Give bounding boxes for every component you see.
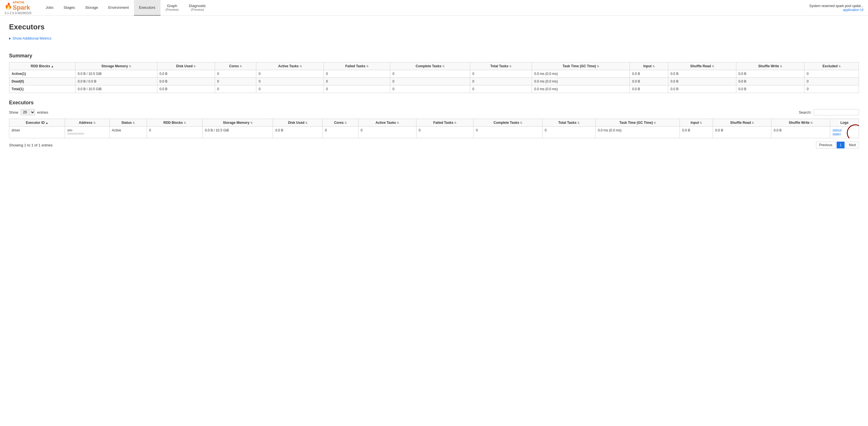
summary-complete-tasks: 0 bbox=[390, 78, 470, 85]
logs-circle-annotation bbox=[847, 124, 859, 138]
eth-total-tasks[interactable]: Total Tasks bbox=[542, 119, 595, 127]
summary-total-tasks: 0 bbox=[470, 78, 532, 85]
summary-label: Dead(0) bbox=[9, 78, 75, 85]
th-storage-memory[interactable]: Storage Memory bbox=[75, 62, 157, 70]
next-button[interactable]: Next bbox=[846, 142, 859, 148]
summary-cores: 0 bbox=[215, 78, 256, 85]
eth-complete-tasks[interactable]: Complete Tasks bbox=[473, 119, 542, 127]
nav-graph-label: Graph bbox=[167, 4, 177, 8]
summary-storage-memory: 0.0 B / 10.5 GiB bbox=[75, 85, 157, 93]
eth-status[interactable]: Status bbox=[110, 119, 147, 127]
nav-executors[interactable]: Executors bbox=[134, 0, 160, 16]
nav-storage[interactable]: Storage bbox=[80, 0, 103, 16]
th-active-tasks[interactable]: Active Tasks bbox=[256, 62, 323, 70]
entries-select[interactable]: 20406080100 bbox=[21, 109, 35, 115]
eth-shuffle-read[interactable]: Shuffle Read bbox=[713, 119, 771, 127]
exec-shuffle-write: 0.0 B bbox=[771, 127, 830, 138]
summary-excluded: 0 bbox=[804, 85, 859, 93]
stderr-link[interactable]: stderr bbox=[832, 132, 841, 136]
prev-button[interactable]: Previous bbox=[816, 142, 836, 148]
eth-executor-id[interactable]: Executor ID bbox=[9, 119, 65, 127]
summary-table: RDD Blocks Storage Memory Disk Used Core… bbox=[9, 62, 859, 93]
th-disk-used[interactable]: Disk Used bbox=[157, 62, 215, 70]
exec-total-tasks: 0 bbox=[542, 127, 595, 138]
executors-tbody: driver vm- Active 0 0.0 B / 10.5 GiB 0.0… bbox=[9, 127, 859, 138]
show-metrics-link[interactable]: Show Additional Metrics bbox=[9, 36, 52, 40]
show-label: Show bbox=[9, 110, 19, 115]
pagination-area: Showing 1 to 1 of 1 entries Previous 1 N… bbox=[9, 142, 859, 148]
executors-header-row: Executor ID Address Status RDD Blocks St… bbox=[9, 119, 859, 127]
nav-links: Jobs Stages Storage Environment Executor… bbox=[40, 0, 211, 16]
exec-status: Active bbox=[110, 127, 147, 138]
eth-failed-tasks[interactable]: Failed Tasks bbox=[416, 119, 473, 127]
th-input[interactable]: Input bbox=[630, 62, 668, 70]
exec-disk-used: 0.0 B bbox=[273, 127, 323, 138]
nav-graph[interactable]: Graph (Preview) bbox=[160, 0, 184, 16]
spark-version: 3.1.2.5.0-66290225 bbox=[4, 11, 31, 15]
th-failed-tasks[interactable]: Failed Tasks bbox=[323, 62, 390, 70]
summary-disk-used: 0.0 B bbox=[157, 78, 215, 85]
executors-table-wrapper: Executor ID Address Status RDD Blocks St… bbox=[9, 119, 859, 138]
search-input[interactable] bbox=[814, 109, 859, 115]
eth-address[interactable]: Address bbox=[65, 119, 110, 127]
summary-cores: 0 bbox=[215, 70, 256, 78]
summary-failed-tasks: 0 bbox=[323, 85, 390, 93]
nav-diagnostic[interactable]: Diagnostic (Preview) bbox=[184, 0, 211, 16]
summary-disk-used: 0.0 B bbox=[157, 85, 215, 93]
th-rdd-blocks[interactable]: RDD Blocks bbox=[9, 62, 75, 70]
eth-disk-used[interactable]: Disk Used bbox=[273, 119, 323, 127]
eth-cores[interactable]: Cores bbox=[323, 119, 358, 127]
application-ui-link[interactable]: application UI bbox=[843, 8, 864, 12]
table-row: Total(1) 0.0 B / 10.5 GiB 0.0 B 0 0 0 0 … bbox=[9, 85, 859, 93]
th-excluded[interactable]: Excluded bbox=[804, 62, 859, 70]
summary-complete-tasks: 0 bbox=[390, 70, 470, 78]
system-info-label: System reserved spark pool updat... bbox=[809, 4, 864, 8]
summary-table-wrapper: RDD Blocks Storage Memory Disk Used Core… bbox=[9, 62, 859, 93]
summary-active-tasks: 0 bbox=[256, 78, 323, 85]
pagination-info: Showing 1 to 1 of 1 entries bbox=[9, 143, 53, 147]
pagination-buttons: Previous 1 Next bbox=[816, 142, 859, 148]
eth-storage-memory[interactable]: Storage Memory bbox=[203, 119, 273, 127]
th-total-tasks[interactable]: Total Tasks bbox=[470, 62, 532, 70]
summary-complete-tasks: 0 bbox=[390, 85, 470, 93]
summary-task-time: 0.0 ms (0.0 ms) bbox=[532, 78, 630, 85]
exec-logs: stdout stderr bbox=[830, 127, 859, 138]
summary-label: Total(1) bbox=[9, 85, 75, 93]
summary-failed-tasks: 0 bbox=[323, 70, 390, 78]
eth-active-tasks[interactable]: Active Tasks bbox=[358, 119, 416, 127]
summary-input: 0.0 B bbox=[630, 85, 668, 93]
summary-active-tasks: 0 bbox=[256, 70, 323, 78]
nav-environment[interactable]: Environment bbox=[103, 0, 134, 16]
apache-label: APACHE bbox=[13, 1, 30, 4]
th-cores[interactable]: Cores bbox=[215, 62, 256, 70]
eth-shuffle-write[interactable]: Shuffle Write bbox=[771, 119, 830, 127]
summary-header-row: RDD Blocks Storage Memory Disk Used Core… bbox=[9, 62, 859, 70]
th-shuffle-write[interactable]: Shuffle Write bbox=[736, 62, 804, 70]
show-entries: Show 20406080100 entries bbox=[9, 109, 48, 115]
summary-shuffle-write: 0.0 B bbox=[736, 85, 804, 93]
entries-label: entries bbox=[37, 110, 48, 115]
th-shuffle-read[interactable]: Shuffle Read bbox=[668, 62, 736, 70]
summary-storage-memory: 0.0 B / 10.5 GiB bbox=[75, 70, 157, 78]
summary-shuffle-write: 0.0 B bbox=[736, 78, 804, 85]
summary-shuffle-read: 0.0 B bbox=[668, 70, 736, 78]
eth-task-time[interactable]: Task Time (GC Time) bbox=[596, 119, 680, 127]
page-1-button[interactable]: 1 bbox=[837, 142, 845, 148]
executors-controls: Show 20406080100 entries Search: bbox=[9, 109, 859, 115]
spark-name: Spark bbox=[13, 4, 30, 11]
summary-storage-memory: 0.0 B / 0.0 B bbox=[75, 78, 157, 85]
eth-input[interactable]: Input bbox=[680, 119, 713, 127]
th-task-time[interactable]: Task Time (GC Time) bbox=[532, 62, 630, 70]
summary-total-tasks: 0 bbox=[470, 85, 532, 93]
nav-right-info: System reserved spark pool updat... appl… bbox=[809, 4, 864, 12]
th-complete-tasks[interactable]: Complete Tasks bbox=[390, 62, 470, 70]
eth-rdd-blocks[interactable]: RDD Blocks bbox=[147, 119, 202, 127]
exec-task-time: 0.0 ms (0.0 ms) bbox=[596, 127, 680, 138]
summary-disk-used: 0.0 B bbox=[157, 70, 215, 78]
nav-stages[interactable]: Stages bbox=[59, 0, 80, 16]
nav-diagnostic-label: Diagnostic bbox=[189, 4, 206, 8]
summary-input: 0.0 B bbox=[630, 70, 668, 78]
spark-flame-icon: 🔥 bbox=[4, 3, 12, 10]
nav-jobs[interactable]: Jobs bbox=[40, 0, 58, 16]
stdout-link[interactable]: stdout bbox=[832, 128, 842, 132]
